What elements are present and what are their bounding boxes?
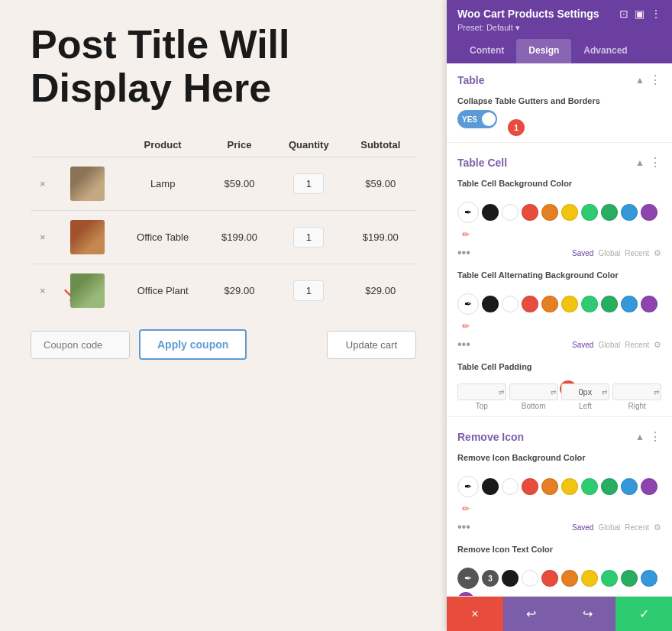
padding-bottom-label: Bottom xyxy=(522,402,546,410)
bg-color-eyedropper[interactable]: ✒ xyxy=(457,202,479,223)
remove-button-2[interactable]: × xyxy=(40,231,46,243)
remove-icon-text-eyedropper[interactable]: ✒ xyxy=(457,568,479,589)
bg-color-footer: ••• Saved Global Recent ⚙ xyxy=(447,244,672,266)
rit-swatch-green[interactable] xyxy=(601,570,618,587)
table-section-chevron[interactable]: ▲ xyxy=(635,75,645,86)
color-swatch-black[interactable] xyxy=(482,204,499,221)
rit-swatch-yellow[interactable] xyxy=(581,570,598,587)
recent-tag[interactable]: Recent xyxy=(625,249,649,257)
padding-top-link: ⇄ xyxy=(499,388,505,396)
color-tags: Saved Global Recent ⚙ xyxy=(572,248,661,258)
panel-icon-responsive[interactable]: ⊡ xyxy=(619,8,628,20)
table-cell-chevron[interactable]: ▲ xyxy=(635,157,645,168)
rit-swatch-orange[interactable] xyxy=(561,570,578,587)
alt-recent-tag[interactable]: Recent xyxy=(625,341,649,349)
qty-plant[interactable]: 1 xyxy=(293,280,324,301)
ri-settings-icon[interactable]: ⚙ xyxy=(654,523,661,532)
ri-swatch-black[interactable] xyxy=(482,478,499,495)
ri-recent-tag[interactable]: Recent xyxy=(625,523,649,532)
ri-swatch-yellow[interactable] xyxy=(561,478,578,495)
ri-color-tags: Saved Global Recent ⚙ xyxy=(572,523,661,532)
ri-swatch-blue[interactable] xyxy=(621,478,638,495)
padding-bottom-link: ⇄ xyxy=(551,388,557,396)
ri-color-edit-btn[interactable]: ✏ xyxy=(457,500,474,517)
product-name-lamp: Lamp xyxy=(119,157,205,211)
ri-swatch-darkgreen[interactable] xyxy=(601,478,618,495)
color-settings-icon[interactable]: ⚙ xyxy=(654,248,661,258)
rit-swatch-white[interactable] xyxy=(522,570,538,587)
qty-lamp[interactable]: 1 xyxy=(293,173,324,194)
alt-swatch-white[interactable] xyxy=(502,296,519,312)
ri-swatch-purple[interactable] xyxy=(641,478,657,495)
update-cart-button[interactable]: Update cart xyxy=(327,331,416,359)
remove-button-3[interactable]: × xyxy=(40,285,46,296)
collapse-toggle[interactable]: YES xyxy=(457,110,497,128)
col-header-qty: Quantity xyxy=(273,133,344,157)
alt-swatch-green[interactable] xyxy=(581,296,598,312)
remove-icon-chevron[interactable]: ▲ xyxy=(635,432,645,442)
alt-swatch-orange[interactable] xyxy=(541,296,558,312)
panel-icon-layout[interactable]: ▣ xyxy=(635,8,645,20)
remove-button-1[interactable]: × xyxy=(40,178,46,189)
ri-color-more[interactable]: ••• xyxy=(457,520,470,534)
saved-tag[interactable]: Saved xyxy=(572,249,593,257)
global-tag[interactable]: Global xyxy=(598,249,620,257)
ri-swatch-white[interactable] xyxy=(502,478,519,495)
qty-table[interactable]: 1 xyxy=(293,227,324,248)
color-swatch-white[interactable] xyxy=(502,204,519,221)
rit-swatch-black[interactable] xyxy=(502,570,519,587)
alt-color-more[interactable]: ••• xyxy=(457,338,470,351)
ri-swatch-red[interactable] xyxy=(522,478,538,495)
color-swatch-orange[interactable] xyxy=(541,204,558,221)
alt-color-footer: ••• Saved Global Recent ⚙ xyxy=(447,336,672,358)
alt-swatch-red[interactable] xyxy=(522,296,538,312)
alt-color-edit-btn[interactable]: ✏ xyxy=(457,318,474,335)
rit-swatch-darkgreen[interactable] xyxy=(621,570,638,587)
panel-title: Woo Cart Products Settings xyxy=(457,8,599,20)
alt-saved-tag[interactable]: Saved xyxy=(572,341,593,349)
footer-redo-button[interactable]: ↪ xyxy=(560,597,616,631)
color-swatch-darkgreen[interactable] xyxy=(601,204,618,221)
ri-saved-tag[interactable]: Saved xyxy=(572,523,593,532)
panel-icon-more[interactable]: ⋮ xyxy=(651,8,661,20)
ri-swatch-orange[interactable] xyxy=(541,478,558,495)
table-cell-dots[interactable]: ⋮ xyxy=(649,155,661,170)
footer-undo-button[interactable]: ↩ xyxy=(503,597,560,631)
alt-swatch-yellow[interactable] xyxy=(561,296,578,312)
remove-icon-dots[interactable]: ⋮ xyxy=(649,429,661,444)
rit-swatch-red[interactable] xyxy=(541,570,558,587)
color-swatch-blue[interactable] xyxy=(621,204,638,221)
alt-color-eyedropper[interactable]: ✒ xyxy=(457,293,479,315)
ri-swatch-green[interactable] xyxy=(581,478,598,495)
alt-swatch-purple[interactable] xyxy=(641,296,657,312)
table-section-dots[interactable]: ⋮ xyxy=(649,73,661,87)
alt-swatch-darkgreen[interactable] xyxy=(601,296,618,312)
product-name-table: Office Table xyxy=(119,211,205,264)
color-swatch-yellow[interactable] xyxy=(561,204,578,221)
remove-icon-text-setting: Remove Icon Text Color xyxy=(447,540,672,563)
color-swatch-purple[interactable] xyxy=(641,204,657,221)
apply-coupon-button[interactable]: Apply coupon xyxy=(139,329,247,360)
footer-save-button[interactable]: ✓ xyxy=(615,597,672,631)
color-more-btn[interactable]: ••• xyxy=(457,246,470,260)
remove-icon-eyedropper[interactable]: ✒ xyxy=(457,476,479,497)
alt-color-tags: Saved Global Recent ⚙ xyxy=(572,340,661,350)
footer-cancel-button[interactable]: × xyxy=(447,597,503,631)
alt-global-tag[interactable]: Global xyxy=(598,341,620,349)
panel-preset[interactable]: Preset: Default ▾ xyxy=(457,23,661,33)
padding-top-cell: ⇄ Top xyxy=(457,383,506,410)
alt-color-settings-icon[interactable]: ⚙ xyxy=(654,340,661,350)
alt-swatch-blue[interactable] xyxy=(621,296,638,312)
color-swatch-green[interactable] xyxy=(581,204,598,221)
tab-advanced[interactable]: Advanced xyxy=(571,39,639,63)
tab-content[interactable]: Content xyxy=(457,39,516,63)
color-edit-btn[interactable]: ✏ xyxy=(457,226,474,243)
tab-design[interactable]: Design xyxy=(516,39,571,63)
bg-color-label: Table Cell Background Color xyxy=(457,179,661,188)
alt-swatch-black[interactable] xyxy=(482,296,499,312)
padding-bottom-cell: ⇄ Bottom xyxy=(509,383,558,410)
ri-global-tag[interactable]: Global xyxy=(598,523,620,532)
coupon-input[interactable] xyxy=(31,331,130,359)
rit-swatch-blue[interactable] xyxy=(641,570,657,587)
color-swatch-red[interactable] xyxy=(522,204,538,221)
